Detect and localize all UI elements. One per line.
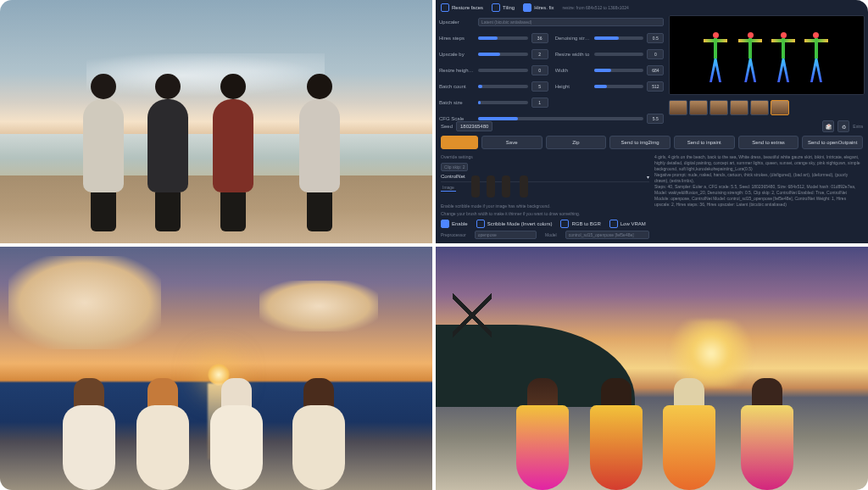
cfg-slider[interactable] — [478, 117, 643, 120]
thumb-5[interactable] — [750, 100, 769, 115]
resize-w-slider[interactable] — [594, 53, 644, 56]
person-1 — [78, 74, 129, 226]
figure-b3 — [660, 363, 718, 490]
log-prompt: 4 girls, 4 girls on the beach, back to t… — [654, 154, 863, 172]
cnet-rgb[interactable]: RGB to BGR — [560, 220, 600, 228]
send-inpaint-button[interactable]: Send to inpaint — [674, 136, 735, 149]
send-extras-button[interactable]: Send to extras — [738, 136, 799, 149]
seed-extra[interactable]: Extra — [853, 124, 863, 130]
thumb-4[interactable] — [730, 100, 748, 115]
thumb-2[interactable] — [689, 100, 708, 115]
generate-button[interactable] — [441, 136, 478, 149]
seed-input[interactable]: 1802365480 — [456, 121, 492, 131]
figure-b1 — [514, 363, 571, 490]
tiling-check[interactable]: Tiling — [492, 3, 515, 12]
send-img2img-button[interactable]: Send to img2img — [609, 136, 670, 149]
slider-grid: UpscalerLatent (bicubic antialiased) Hir… — [439, 15, 664, 117]
zip-button[interactable]: Zip — [546, 136, 607, 149]
pose-figure-1 — [709, 32, 722, 85]
person-2 — [142, 74, 193, 226]
pose-figure-3 — [776, 32, 790, 85]
thumb-6[interactable] — [771, 100, 789, 115]
hires-note: resize: from 684x512 to 1368x1024 — [563, 5, 629, 11]
height-slider[interactable] — [594, 85, 644, 88]
seed-random-button[interactable]: 🎲 — [822, 120, 834, 132]
cnet-lowvram[interactable]: Low VRAM — [609, 220, 646, 228]
send-openoutpaint-button[interactable]: Send to openOutpaint — [802, 136, 863, 149]
cnet-hint-2: Change your brush width to make it thinn… — [441, 211, 649, 217]
cnet-model-select[interactable]: control_sd15_openpose [fef5e48e] — [565, 231, 649, 240]
cnet-hint-1: Enable scribble mode if your image has w… — [441, 203, 649, 209]
denoise-slider[interactable] — [594, 36, 644, 40]
chevron-down-icon: ▾ — [647, 174, 649, 180]
pose-canvas[interactable] — [669, 15, 865, 95]
hires-fix-check[interactable]: Hires. fix — [523, 3, 554, 12]
controlnet-section: Override settings Clip skip: 2 ControlNe… — [441, 154, 649, 238]
seed-row: Seed 1802365480 🎲 ♻ Extra — [441, 120, 863, 132]
person-4 — [294, 74, 345, 226]
figure-b4 — [738, 363, 796, 490]
thumb-3[interactable] — [709, 100, 728, 115]
upscale-by-slider[interactable] — [478, 53, 528, 56]
upscaler-select[interactable]: Latent (bicubic antialiased) — [478, 18, 664, 27]
action-bar: Save Zip Send to img2img Send to inpaint… — [436, 136, 868, 153]
cnet-preprocessor-select[interactable]: openpose — [475, 231, 537, 240]
override-settings[interactable]: Override settings — [441, 154, 649, 160]
generated-image-a — [0, 247, 432, 490]
generation-log: 4 girls, 4 girls on the beach, back to t… — [654, 154, 863, 238]
output-thumbnails — [669, 98, 865, 117]
pose-figure-4 — [810, 32, 823, 85]
figure-a3 — [208, 363, 265, 490]
controlnet-tab[interactable]: Image — [441, 185, 456, 192]
log-meta: Steps: 40, Sampler: Euler a, CFG scale: … — [654, 184, 863, 208]
cnet-enable[interactable]: Enable — [441, 220, 468, 228]
figure-b2 — [587, 363, 645, 490]
resize-h-slider[interactable] — [478, 69, 528, 72]
width-slider[interactable] — [594, 69, 644, 72]
seed-reuse-button[interactable]: ♻ — [837, 120, 849, 132]
generated-image-b — [436, 247, 868, 490]
cnet-scribble[interactable]: Scribble Mode (Invert colors) — [476, 220, 553, 228]
thumb-1[interactable] — [669, 100, 687, 115]
log-negative: Negative prompt: nude, naked, hands, car… — [654, 172, 863, 184]
source-photo — [0, 0, 432, 243]
person-3 — [208, 74, 259, 226]
image-grid: Restore faces Tiling Hires. fix resize: … — [0, 0, 868, 490]
figure-a4 — [290, 363, 348, 490]
output-preview — [669, 15, 865, 117]
cloud-right — [259, 281, 378, 331]
pose-figure-2 — [743, 32, 757, 85]
batch-size-slider[interactable] — [478, 101, 528, 104]
restore-faces-check[interactable]: Restore faces — [441, 3, 483, 12]
figure-a1 — [60, 363, 118, 490]
clip-skip-pill[interactable]: Clip skip: 2 — [441, 163, 468, 172]
batch-count-slider[interactable] — [478, 85, 528, 88]
cloud-left — [8, 256, 161, 349]
hires-steps-slider[interactable] — [478, 36, 528, 40]
tower — [453, 252, 492, 379]
figure-a2 — [134, 363, 192, 490]
save-button[interactable]: Save — [481, 136, 542, 149]
sd-webui-panel: Restore faces Tiling Hires. fix resize: … — [436, 0, 868, 243]
